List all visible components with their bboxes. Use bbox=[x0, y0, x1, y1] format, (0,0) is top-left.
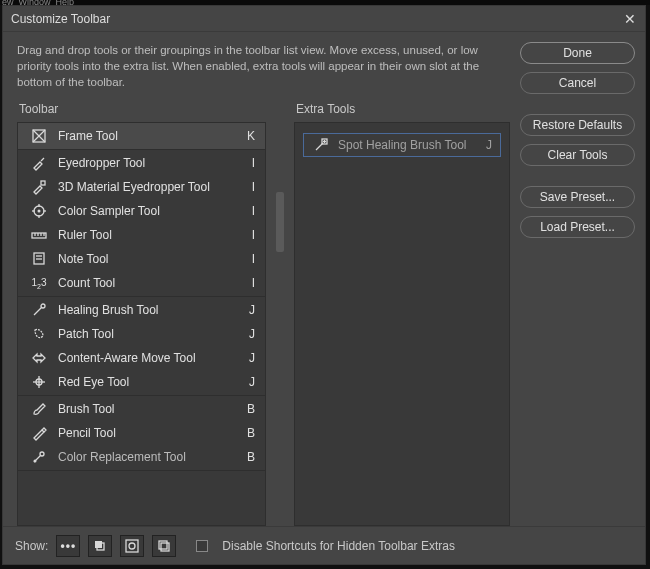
tool-shortcut: B bbox=[241, 402, 255, 416]
tool-label: Frame Tool bbox=[58, 129, 241, 143]
tool-label: Eyedropper Tool bbox=[58, 156, 241, 170]
cancel-button[interactable]: Cancel bbox=[520, 72, 635, 94]
tool-shortcut: I bbox=[241, 156, 255, 170]
save-preset-button[interactable]: Save Preset... bbox=[520, 186, 635, 208]
load-preset-button[interactable]: Load Preset... bbox=[520, 216, 635, 238]
svg-point-5 bbox=[38, 210, 41, 213]
tool-shortcut: B bbox=[241, 450, 255, 464]
tool-row[interactable]: Color Sampler ToolI bbox=[18, 199, 265, 223]
svg-rect-32 bbox=[161, 543, 169, 551]
dialog-titlebar: Customize Toolbar ✕ bbox=[3, 6, 645, 32]
tool-group[interactable]: Eyedropper ToolI3D Material Eyedropper T… bbox=[18, 150, 265, 297]
svg-rect-29 bbox=[126, 540, 138, 552]
spotheal-icon bbox=[312, 137, 330, 153]
tool-label: Count Tool bbox=[58, 276, 241, 290]
tool-row[interactable]: Pencil ToolB bbox=[18, 421, 265, 445]
svg-rect-3 bbox=[41, 181, 45, 185]
show-ellipsis-toggle[interactable]: ••• bbox=[56, 535, 80, 557]
contentaware-icon bbox=[30, 350, 48, 366]
extra-tool-row[interactable]: Spot Healing Brush ToolJ bbox=[303, 133, 501, 157]
restore-defaults-button[interactable]: Restore Defaults bbox=[520, 114, 635, 136]
clear-tools-button[interactable]: Clear Tools bbox=[520, 144, 635, 166]
tool-row[interactable]: Red Eye ToolJ bbox=[18, 370, 265, 394]
toolbar-list-header: Toolbar bbox=[17, 102, 266, 116]
tool-shortcut: I bbox=[241, 252, 255, 266]
tool-label: Patch Tool bbox=[58, 327, 241, 341]
svg-point-30 bbox=[129, 543, 135, 549]
extra-list-header: Extra Tools bbox=[294, 102, 510, 116]
eyedropper-icon bbox=[30, 155, 48, 171]
eyedropper3d-icon bbox=[30, 179, 48, 195]
tool-label: Pencil Tool bbox=[58, 426, 241, 440]
disable-shortcuts-label: Disable Shortcuts for Hidden Toolbar Ext… bbox=[222, 539, 455, 553]
tool-row[interactable]: Note ToolI bbox=[18, 247, 265, 271]
ruler-icon bbox=[30, 227, 48, 243]
svg-point-23 bbox=[34, 460, 37, 463]
tool-shortcut: J bbox=[241, 303, 255, 317]
toolbar-scrollbar-thumb[interactable] bbox=[276, 192, 284, 252]
tool-label: Note Tool bbox=[58, 252, 241, 266]
tool-shortcut: J bbox=[241, 375, 255, 389]
tool-group[interactable]: Frame ToolK bbox=[18, 123, 265, 150]
done-button[interactable]: Done bbox=[520, 42, 635, 64]
colorsampler-icon bbox=[30, 203, 48, 219]
tool-shortcut: B bbox=[241, 426, 255, 440]
tool-shortcut: I bbox=[241, 180, 255, 194]
tool-label: Spot Healing Brush Tool bbox=[338, 138, 486, 152]
show-foreground-bg-toggle[interactable] bbox=[88, 535, 112, 557]
tool-label: 3D Material Eyedropper Tool bbox=[58, 180, 241, 194]
note-icon bbox=[30, 251, 48, 267]
extra-tools-list[interactable]: Spot Healing Brush ToolJ bbox=[294, 122, 510, 526]
count-icon: 123 bbox=[30, 275, 48, 291]
tool-label: Color Sampler Tool bbox=[58, 204, 241, 218]
tool-label: Content-Aware Move Tool bbox=[58, 351, 241, 365]
svg-point-22 bbox=[40, 452, 44, 456]
tool-label: Brush Tool bbox=[58, 402, 241, 416]
tool-row[interactable]: Eyedropper ToolI bbox=[18, 151, 265, 175]
tool-shortcut: I bbox=[241, 276, 255, 290]
tool-row[interactable]: Ruler ToolI bbox=[18, 223, 265, 247]
show-label: Show: bbox=[15, 539, 48, 553]
tool-row[interactable]: Brush ToolB bbox=[18, 397, 265, 421]
tool-label: Ruler Tool bbox=[58, 228, 241, 242]
show-screenmode-toggle[interactable] bbox=[152, 535, 176, 557]
tool-shortcut: J bbox=[241, 351, 255, 365]
instructions-text: Drag and drop tools or their groupings i… bbox=[17, 42, 507, 90]
tool-shortcut: J bbox=[486, 138, 492, 152]
tool-group[interactable]: Healing Brush ToolJPatch ToolJContent-Aw… bbox=[18, 297, 265, 396]
tool-row[interactable]: Content-Aware Move ToolJ bbox=[18, 346, 265, 370]
tool-shortcut: K bbox=[241, 129, 255, 143]
pencil-icon bbox=[30, 425, 48, 441]
tool-row[interactable]: Healing Brush ToolJ bbox=[18, 298, 265, 322]
dialog-title: Customize Toolbar bbox=[11, 12, 110, 26]
tool-row[interactable]: Color Replacement ToolB bbox=[18, 445, 265, 469]
tool-label: Healing Brush Tool bbox=[58, 303, 241, 317]
tool-row[interactable]: Frame ToolK bbox=[18, 124, 265, 148]
frame-icon bbox=[30, 128, 48, 144]
tool-shortcut: J bbox=[241, 327, 255, 341]
close-button[interactable]: ✕ bbox=[623, 12, 637, 26]
tool-label: Color Replacement Tool bbox=[58, 450, 241, 464]
tool-row[interactable]: 3D Material Eyedropper ToolI bbox=[18, 175, 265, 199]
svg-rect-28 bbox=[95, 541, 102, 548]
redeye-icon bbox=[30, 374, 48, 390]
disable-shortcuts-checkbox[interactable] bbox=[196, 540, 208, 552]
colorreplace-icon bbox=[30, 449, 48, 465]
tool-label: Red Eye Tool bbox=[58, 375, 241, 389]
toolbar-scrollbar-track[interactable] bbox=[272, 102, 288, 526]
patch-icon bbox=[30, 326, 48, 342]
customize-toolbar-dialog: Customize Toolbar ✕ Drag and drop tools … bbox=[2, 5, 646, 565]
tool-shortcut: I bbox=[241, 228, 255, 242]
dialog-footer: Show: ••• Disable Shortcuts for Hidden T… bbox=[3, 526, 645, 564]
tool-row[interactable]: 123Count ToolI bbox=[18, 271, 265, 295]
svg-rect-31 bbox=[159, 541, 167, 549]
show-quickmask-toggle[interactable] bbox=[120, 535, 144, 557]
tool-group[interactable]: Brush ToolBPencil ToolBColor Replacement… bbox=[18, 396, 265, 471]
healingbrush-icon bbox=[30, 302, 48, 318]
tool-row[interactable]: Patch ToolJ bbox=[18, 322, 265, 346]
toolbar-list[interactable]: Frame ToolKEyedropper ToolI3D Material E… bbox=[17, 122, 266, 526]
svg-point-18 bbox=[41, 304, 45, 308]
brush-icon bbox=[30, 401, 48, 417]
tool-shortcut: I bbox=[241, 204, 255, 218]
